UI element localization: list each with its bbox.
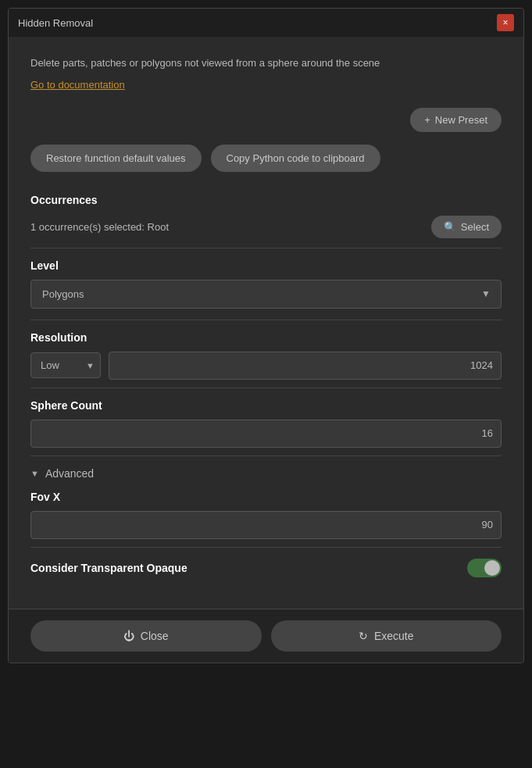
search-icon: 🔍 — [444, 221, 456, 233]
new-preset-label: New Preset — [435, 114, 487, 126]
window-title: Hidden Removal — [18, 17, 93, 29]
fov-x-slider[interactable] — [39, 523, 470, 527]
transparent-opaque-toggle[interactable] — [467, 559, 502, 577]
resolution-row: Low Medium High ▼ 1024 — [30, 352, 502, 380]
divider-occurrences — [30, 248, 502, 248]
advanced-label: Advanced — [45, 467, 94, 480]
fov-x-label: Fov X — [30, 491, 502, 503]
close-window-button[interactable]: × — [497, 14, 514, 31]
level-dropdown-wrapper: Polygons Parts Patches ▼ — [30, 280, 502, 309]
toggle-slider — [467, 559, 502, 577]
occurrence-text: 1 occurrence(s) selected: Root — [30, 221, 169, 233]
select-label: Select — [461, 221, 489, 233]
resolution-slider-container: 1024 — [109, 352, 502, 380]
fov-x-value: 90 — [470, 519, 493, 530]
sphere-count-slider[interactable] — [39, 432, 470, 435]
occurrence-row: 1 occurrence(s) selected: Root 🔍 Select — [30, 216, 502, 238]
level-label: Level — [30, 259, 502, 272]
new-preset-button[interactable]: + New Preset — [410, 108, 502, 132]
sphere-count-slider-container: 16 — [30, 420, 502, 448]
preset-row: + New Preset — [30, 108, 502, 132]
toggle-knob — [484, 560, 500, 576]
transparent-opaque-label: Consider Transparent Opaque — [30, 562, 187, 574]
fov-x-slider-container: 90 — [30, 511, 502, 539]
resolution-dropdown-wrapper: Low Medium High ▼ — [30, 352, 101, 378]
hidden-removal-dialog: Hidden Removal × Delete parts, patches o… — [8, 8, 524, 663]
advanced-toggle[interactable]: ▼ Advanced — [30, 467, 502, 480]
resolution-slider[interactable] — [117, 364, 462, 367]
plus-icon: + — [424, 114, 430, 126]
select-button[interactable]: 🔍 Select — [431, 216, 502, 238]
transparent-opaque-row: Consider Transparent Opaque — [30, 559, 502, 577]
main-content: Delete parts, patches or polygons not vi… — [9, 37, 523, 609]
execute-label: Execute — [374, 630, 414, 642]
resolution-dropdown[interactable]: Low Medium High — [30, 352, 101, 378]
divider-resolution — [30, 388, 502, 388]
close-label: Close — [141, 630, 169, 642]
resolution-label: Resolution — [30, 331, 502, 344]
title-bar: Hidden Removal × — [9, 9, 523, 37]
restore-defaults-button[interactable]: Restore function default values — [30, 145, 202, 172]
close-button[interactable]: ⏻ Close — [30, 620, 262, 652]
action-row: Restore function default values Copy Pyt… — [30, 145, 502, 172]
divider-fov-x — [30, 547, 502, 548]
advanced-chevron-icon: ▼ — [30, 469, 39, 478]
resolution-value: 1024 — [462, 359, 493, 371]
description-text: Delete parts, patches or polygons not vi… — [30, 55, 502, 71]
power-icon: ⏻ — [123, 630, 134, 642]
copy-python-button[interactable]: Copy Python code to clipboard — [211, 145, 380, 172]
divider-sphere-count — [30, 455, 502, 456]
divider-level — [30, 320, 502, 320]
execute-button[interactable]: ↻ Execute — [271, 620, 502, 652]
refresh-icon: ↻ — [359, 630, 368, 642]
occurrences-section-label: Occurrences — [30, 194, 502, 206]
sphere-count-label: Sphere Count — [30, 399, 502, 412]
sphere-count-value: 16 — [470, 427, 493, 439]
level-dropdown[interactable]: Polygons Parts Patches — [30, 280, 502, 309]
footer: ⏻ Close ↻ Execute — [9, 609, 523, 663]
documentation-link[interactable]: Go to documentation — [30, 79, 125, 91]
